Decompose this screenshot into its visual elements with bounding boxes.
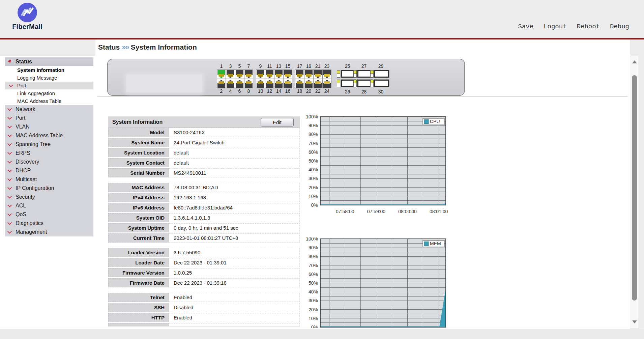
nav-link-save[interactable]: Save	[518, 23, 534, 30]
rj45-port-24[interactable]	[322, 79, 331, 88]
sidebar-item-erps[interactable]: ERPS	[5, 149, 93, 158]
sidebar-item-ip-configuration[interactable]: IP Configuration	[5, 184, 93, 193]
rj45-port-4[interactable]	[226, 79, 235, 88]
rj45-port-12[interactable]	[265, 79, 274, 88]
info-value: Dec 22 2023 - 01:39:01	[169, 258, 300, 267]
port-number: 23	[322, 63, 331, 69]
sfp-port-26[interactable]	[337, 80, 356, 87]
port-number: 27	[359, 63, 369, 69]
nav-link-reboot[interactable]: Reboot	[577, 23, 600, 30]
rj45-jack	[323, 80, 331, 88]
info-group: ModelS3100-24T6XSystem Name24-Port-Gigab…	[108, 128, 300, 177]
rj45-port-22[interactable]	[313, 79, 322, 88]
info-label: Model	[108, 128, 169, 137]
info-label: System Location	[108, 148, 169, 157]
port-number: 8	[244, 88, 253, 94]
vertical-scrollbar[interactable]	[630, 56, 639, 329]
sidebar-item-status[interactable]: Status	[5, 57, 93, 66]
sidebar-subitem-link-aggregation[interactable]: Link Aggregation	[5, 89, 93, 97]
rj45-pins	[315, 74, 321, 77]
sidebar-item-network[interactable]: Network	[5, 105, 93, 114]
rj45-port-6[interactable]	[235, 79, 244, 88]
sidebar-subitem-label: System Information	[5, 67, 64, 73]
rj45-port-5[interactable]	[235, 69, 244, 79]
led-on-segment	[337, 80, 340, 83]
rj45-port-1[interactable]	[217, 69, 226, 79]
rj45-port-13[interactable]	[274, 69, 283, 79]
rj45-port-17[interactable]	[295, 69, 304, 79]
info-row-firmware-version: Firmware Version1.0.0.25	[108, 268, 300, 277]
sfp-port-30[interactable]	[370, 80, 389, 87]
port-number: 11	[265, 63, 274, 69]
y-axis-tick-label: 100%	[306, 115, 318, 119]
scroll-down-button[interactable]	[630, 318, 639, 326]
rj45-port-3[interactable]	[226, 69, 235, 79]
nav-link-debug[interactable]: Debug	[610, 23, 629, 30]
sidebar-item-acl[interactable]: ACL	[5, 201, 93, 210]
info-row-ipv6-address: IPv6 Addressfe80::7ad8:ff:fe31:bdad/64	[108, 203, 300, 212]
sidebar-item-port[interactable]: Port	[5, 114, 93, 122]
rj45-port-16[interactable]	[283, 79, 292, 88]
rj45-port-2[interactable]	[217, 79, 226, 88]
cpu-usage-chart: 0%10%20%30%40%50%60%70%80%90%100%07:58:0…	[303, 115, 448, 218]
info-label: Loader Date	[108, 258, 169, 267]
sidebar-item-dhcp[interactable]: DHCP	[5, 166, 93, 175]
sfp-cage	[374, 70, 389, 78]
sidebar-item-diagnostics[interactable]: Diagnostics	[5, 219, 93, 228]
rj45-port-21[interactable]	[313, 69, 322, 79]
rj45-port-8[interactable]	[244, 79, 253, 88]
sidebar-item-multicast[interactable]: Multicast	[5, 175, 93, 184]
rj45-pins	[228, 74, 233, 77]
rj45-jack	[257, 70, 264, 78]
rj45-port-15[interactable]	[283, 69, 292, 79]
sfp-port-25[interactable]	[337, 70, 356, 78]
rj45-port-20[interactable]	[304, 79, 313, 88]
scroll-thumb[interactable]	[632, 75, 637, 301]
rj45-pins	[276, 74, 282, 77]
sfp-port-27[interactable]	[353, 70, 372, 78]
rj45-port-10[interactable]	[256, 79, 265, 88]
info-row-system-oid: System OID1.3.6.1.4.1.0.1.3	[108, 213, 300, 222]
sidebar-item-mac-address-table[interactable]: MAC Address Table	[5, 131, 93, 140]
rj45-port-14[interactable]	[274, 79, 283, 88]
sidebar-item-qos[interactable]: QoS	[5, 210, 93, 219]
port-number: 19	[304, 63, 313, 69]
sidebar-item-management[interactable]: Management	[5, 228, 93, 236]
rj45-port-7[interactable]	[244, 69, 253, 79]
led-on-segment	[354, 80, 356, 83]
info-row-http: HTTPEnabled	[108, 313, 300, 322]
info-value: 3.6.7.55090	[169, 248, 300, 257]
sfp-led-indicator	[370, 80, 374, 87]
rj45-port-23[interactable]	[322, 69, 331, 79]
sidebar-subitem-port[interactable]: Port	[5, 82, 93, 89]
system-info-title: System Information	[108, 119, 261, 125]
info-value: 24-Port-Gigabit-Switch	[169, 138, 300, 147]
sidebar-subitem-label: Link Aggregation	[5, 90, 55, 96]
sidebar-subitem-mac-address-table[interactable]: MAC Address Table	[5, 97, 93, 105]
rj45-port-18[interactable]	[295, 79, 304, 88]
info-label: Current Time	[108, 233, 169, 243]
sidebar-subitem-logging-message[interactable]: Logging Message	[5, 74, 93, 82]
sidebar-item-security[interactable]: Security	[5, 193, 93, 201]
sfp-port-28[interactable]	[353, 80, 372, 87]
edit-button[interactable]: Edit	[261, 118, 294, 126]
nav-link-logout[interactable]: Logout	[544, 23, 566, 30]
info-row-loader-date: Loader DateDec 22 2023 - 01:39:01	[108, 258, 300, 267]
port-number: 10	[256, 88, 265, 94]
y-axis-tick-label: 0%	[311, 202, 318, 208]
top-header: FiberMall SaveLogoutRebootDebug	[0, 0, 644, 39]
scroll-up-button[interactable]	[630, 58, 639, 66]
top-nav: SaveLogoutRebootDebug	[518, 23, 629, 30]
sidebar-item-vlan[interactable]: VLAN	[5, 122, 93, 131]
rj45-port-19[interactable]	[304, 69, 313, 79]
rj45-jack	[275, 80, 283, 88]
sfp-port-29[interactable]	[370, 70, 389, 78]
info-label: System Contact	[108, 158, 169, 167]
rj45-port-9[interactable]	[256, 69, 265, 79]
info-row-system-uptime: System Uptime0 day, 0 hr, 1 min and 51 s…	[108, 223, 300, 232]
sidebar-item-spanning-tree[interactable]: Spanning Tree	[5, 140, 93, 149]
sidebar-subitem-system-information[interactable]: System Information	[5, 66, 93, 74]
sidebar-item-discovery[interactable]: Discovery	[5, 158, 93, 166]
rj45-port-11[interactable]	[265, 69, 274, 79]
info-row-model: ModelS3100-24T6X	[108, 128, 300, 137]
